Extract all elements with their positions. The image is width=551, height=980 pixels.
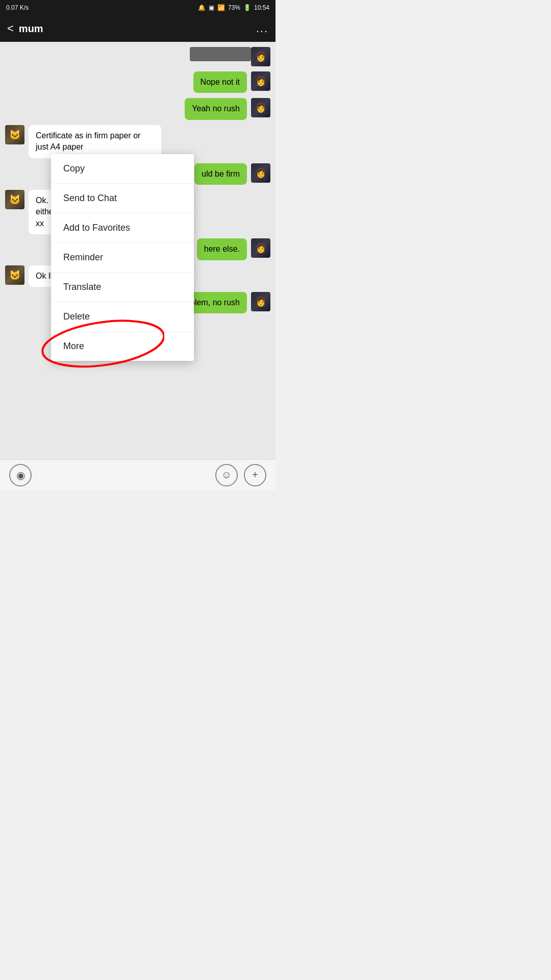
- add-to-favorites-label: Add to Favorites: [63, 223, 130, 233]
- avatar: 🐱: [5, 190, 24, 209]
- avatar: 👩: [251, 292, 270, 311]
- copy-label: Copy: [63, 163, 85, 174]
- emoji-icon: ☺: [221, 469, 232, 481]
- signal-icon: 📶: [217, 4, 225, 11]
- battery-icon: 🔋: [243, 4, 251, 11]
- network-speed: 0.07 K/s: [6, 4, 29, 11]
- context-menu-more[interactable]: More: [51, 332, 194, 361]
- context-menu-translate[interactable]: Translate: [51, 273, 194, 302]
- avatar: 👩: [251, 71, 270, 91]
- avatar: 👩: [251, 163, 270, 183]
- message-text: uld be firm: [202, 169, 240, 178]
- message-bubble[interactable]: uld be firm: [194, 163, 247, 185]
- message-row: Nope not it 👩: [5, 71, 270, 93]
- emoji-button[interactable]: ☺: [215, 464, 238, 486]
- voice-icon: ◉: [16, 469, 25, 481]
- context-menu: Copy Send to Chat Add to Favorites Remin…: [51, 154, 194, 361]
- context-menu-send-to-chat[interactable]: Send to Chat: [51, 184, 194, 213]
- message-row: Yeah no rush 👩: [5, 98, 270, 119]
- context-menu-reminder[interactable]: Reminder: [51, 243, 194, 273]
- message-text: Yeah no rush: [192, 104, 240, 113]
- context-menu-delete[interactable]: Delete: [51, 302, 194, 332]
- back-button[interactable]: <: [7, 22, 14, 35]
- chat-title: mum: [19, 23, 256, 35]
- avatar: 👩: [251, 238, 270, 258]
- bottom-bar: ◉ ☺ +: [0, 459, 276, 490]
- delete-label: Delete: [63, 311, 90, 322]
- context-menu-copy[interactable]: Copy: [51, 154, 194, 184]
- translate-label: Translate: [63, 282, 101, 292]
- message-row: 🐱 Certificate as in firm paper or just A…: [5, 125, 270, 158]
- avatar: 🐱: [5, 125, 24, 144]
- send-to-chat-label: Send to Chat: [63, 193, 117, 203]
- avatar: 👩: [251, 47, 270, 66]
- more-options-button[interactable]: ...: [256, 22, 268, 35]
- avatar: 👩: [251, 98, 270, 117]
- message-text: Certificate as in firm paper or just A4 …: [36, 131, 140, 151]
- message-text: here else.: [204, 244, 240, 253]
- message-bubble[interactable]: Yeah no rush: [185, 98, 247, 119]
- avatar: 🐱: [5, 265, 24, 285]
- context-menu-add-to-favorites[interactable]: Add to Favorites: [51, 213, 194, 243]
- battery-percent: 73%: [228, 4, 240, 11]
- message-bubble[interactable]: Nope not it: [193, 71, 247, 93]
- clock: 10:54: [254, 4, 269, 11]
- notification-icon: 🔔: [198, 4, 206, 11]
- more-label: More: [63, 341, 84, 351]
- message-bubble[interactable]: Certificate as in firm paper or just A4 …: [29, 125, 161, 158]
- sim-icon: ▣: [209, 4, 214, 11]
- message-text: Nope not it: [201, 78, 240, 86]
- message-bubble[interactable]: here else.: [197, 238, 247, 260]
- add-icon: +: [252, 469, 258, 481]
- chat-area: 👩 Nope not it 👩 Yeah no rush 👩 🐱 Certifi…: [0, 42, 276, 459]
- voice-button[interactable]: ◉: [9, 464, 32, 486]
- status-bar: 0.07 K/s 🔔 ▣ 📶 73% 🔋 10:54: [0, 0, 276, 15]
- add-button[interactable]: +: [244, 464, 266, 486]
- top-snippet-bubble: [190, 47, 251, 61]
- top-snippet-row: 👩: [5, 47, 270, 66]
- header: < mum ...: [0, 15, 276, 42]
- reminder-label: Reminder: [63, 252, 103, 262]
